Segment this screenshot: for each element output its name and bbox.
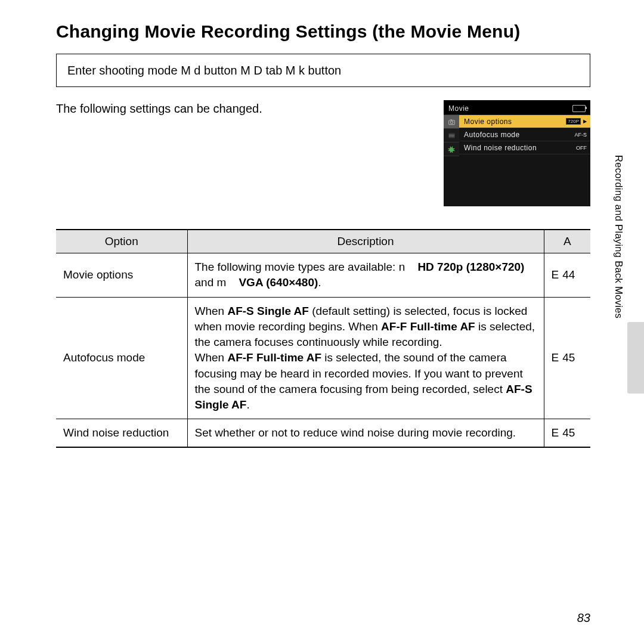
path-arrow: M	[240, 64, 250, 77]
svg-rect-4	[448, 133, 454, 134]
col-header-option: Option	[56, 230, 187, 253]
page-title: Changing Movie Recording Settings (the M…	[56, 21, 590, 42]
menu-row-value: OFF	[576, 145, 587, 151]
col-header-ref: A	[544, 230, 590, 253]
path-seg: button	[204, 64, 240, 77]
table-row: Autofocus mode When AF-S Single AF (defa…	[56, 297, 590, 419]
path-seg: d	[191, 64, 204, 77]
section-side-label: Recording and Playing Back Movies	[613, 155, 624, 318]
page-side-tab	[627, 322, 644, 394]
caret-right-icon: ▶	[583, 119, 587, 124]
option-description: The following movie types are available:…	[187, 253, 544, 297]
menu-side-empty	[444, 156, 459, 206]
option-description: Set whether or not to reduce wind noise …	[187, 419, 544, 448]
menu-row-value: 720P ▶	[566, 118, 587, 125]
path-arrow: M	[286, 64, 296, 77]
option-ref: E44	[544, 253, 590, 297]
menu-row-label: Autofocus mode	[464, 131, 520, 139]
menu-row-label: Movie options	[464, 117, 512, 126]
page-number: 83	[577, 611, 590, 625]
options-table: Option Description A Movie options The f…	[56, 229, 590, 448]
option-ref: E45	[544, 297, 590, 419]
option-name: Movie options	[56, 253, 187, 297]
menu-row-wind-noise: Wind noise reduction OFF	[459, 141, 590, 154]
menu-row-autofocus: Autofocus mode AF-S	[459, 128, 590, 141]
intro-text: The following settings can be changed.	[56, 100, 262, 117]
svg-rect-2	[450, 119, 452, 120]
navigation-path: Enter shooting mode M d button M D tab M…	[56, 54, 590, 87]
col-header-description: Description	[187, 230, 544, 253]
table-row: Wind noise reduction Set whether or not …	[56, 419, 590, 448]
menu-row-movie-options: Movie options 720P ▶	[459, 114, 590, 128]
menu-row-label: Wind noise reduction	[464, 144, 537, 152]
setup-tab-icon	[444, 142, 459, 156]
path-seg: tab	[265, 64, 285, 77]
menu-row-value: AF-S	[574, 132, 587, 138]
menu-title-bar: Movie	[444, 100, 590, 114]
path-seg: button	[308, 64, 342, 77]
option-description: When AF-S Single AF (default setting) is…	[187, 297, 544, 419]
camera-tab-icon	[444, 114, 459, 128]
menu-empty-area	[459, 154, 590, 206]
table-row: Movie options The following movie types …	[56, 253, 590, 297]
svg-rect-5	[448, 137, 454, 138]
option-ref: E45	[544, 419, 590, 448]
menu-side-tabs	[444, 114, 459, 206]
path-seg: Enter shooting mode	[67, 64, 181, 77]
path-seg: k	[295, 64, 308, 77]
option-name: Autofocus mode	[56, 297, 187, 419]
svg-point-1	[450, 120, 453, 123]
battery-icon	[572, 105, 586, 112]
resolution-badge: 720P	[566, 118, 581, 125]
option-name: Wind noise reduction	[56, 419, 187, 448]
menu-title: Movie	[448, 104, 469, 113]
menu-list: Movie options 720P ▶ Autofocus mode AF-S…	[459, 114, 590, 206]
camera-menu-screenshot: Movie	[444, 100, 590, 206]
path-seg: D	[250, 64, 266, 77]
movie-tab-icon	[444, 128, 459, 142]
path-arrow: M	[181, 64, 191, 77]
